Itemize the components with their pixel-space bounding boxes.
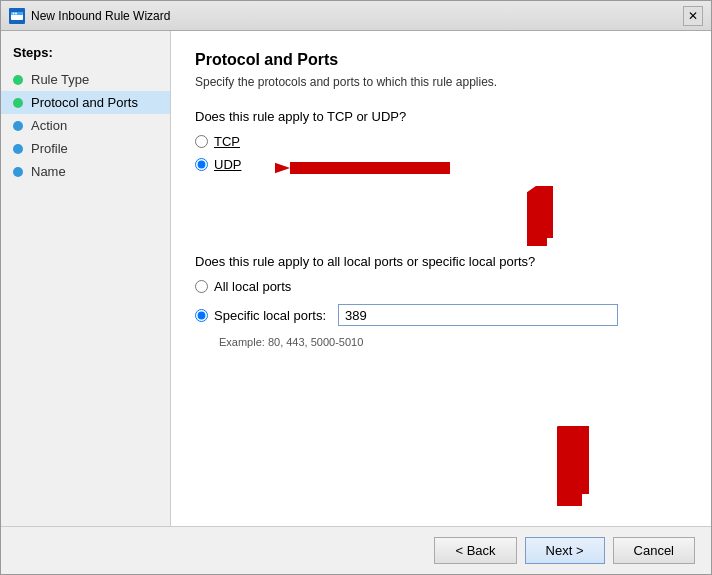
svg-point-4 — [15, 12, 17, 14]
all-ports-radio-row: All local ports — [195, 279, 687, 294]
step-dot-profile — [13, 144, 23, 154]
all-ports-label[interactable]: All local ports — [214, 279, 291, 294]
page-title: Protocol and Ports — [195, 51, 687, 69]
tcp-radio-row: TCP — [195, 134, 687, 149]
udp-label[interactable]: UDP — [214, 157, 241, 172]
sidebar-item-label-action: Action — [31, 118, 67, 133]
down-arrow-2-annotation — [557, 426, 607, 506]
specific-ports-radio[interactable] — [195, 309, 208, 322]
page-subtitle: Specify the protocols and ports to which… — [195, 75, 687, 89]
protocol-radio-group: TCP UDP — [195, 134, 687, 180]
specific-ports-radio-row: Specific local ports: — [195, 304, 687, 326]
tcp-label[interactable]: TCP — [214, 134, 240, 149]
steps-label: Steps: — [1, 41, 170, 68]
udp-arrow-annotation — [275, 153, 455, 183]
down-arrow-2-container — [195, 426, 687, 506]
step-dot-action — [13, 121, 23, 131]
back-button[interactable]: < Back — [434, 537, 516, 564]
down-arrow-1-annotation — [527, 186, 567, 246]
step-dot-protocol-ports — [13, 98, 23, 108]
ports-input[interactable] — [338, 304, 618, 326]
tcp-radio[interactable] — [195, 135, 208, 148]
next-button[interactable]: Next > — [525, 537, 605, 564]
ports-question: Does this rule apply to all local ports … — [195, 254, 687, 269]
protocol-question: Does this rule apply to TCP or UDP? — [195, 109, 687, 124]
specific-ports-label[interactable]: Specific local ports: — [214, 308, 326, 323]
main-panel: Protocol and Ports Specify the protocols… — [171, 31, 711, 526]
svg-point-3 — [13, 12, 15, 14]
footer-bar: < Back Next > Cancel — [1, 526, 711, 574]
step-dot-name — [13, 167, 23, 177]
sidebar-item-label-name: Name — [31, 164, 66, 179]
sidebar-item-label-protocol-ports: Protocol and Ports — [31, 95, 138, 110]
step-dot-rule-type — [13, 75, 23, 85]
all-ports-radio[interactable] — [195, 280, 208, 293]
sidebar-item-rule-type[interactable]: Rule Type — [1, 68, 170, 91]
sidebar-item-name[interactable]: Name — [1, 160, 170, 183]
sidebar-item-label-rule-type: Rule Type — [31, 72, 89, 87]
cancel-button[interactable]: Cancel — [613, 537, 695, 564]
sidebar-item-protocol-ports[interactable]: Protocol and Ports — [1, 91, 170, 114]
sidebar-item-action[interactable]: Action — [1, 114, 170, 137]
wizard-window: New Inbound Rule Wizard ✕ Steps: Rule Ty… — [0, 0, 712, 575]
udp-radio[interactable] — [195, 158, 208, 171]
sidebar-item-profile[interactable]: Profile — [1, 137, 170, 160]
sidebar: Steps: Rule Type Protocol and Ports Acti… — [1, 31, 171, 526]
example-text: Example: 80, 443, 5000-5010 — [219, 336, 687, 348]
close-button[interactable]: ✕ — [683, 6, 703, 26]
spacer — [195, 348, 687, 426]
window-title: New Inbound Rule Wizard — [31, 9, 683, 23]
udp-radio-row: UDP — [195, 157, 687, 172]
content-area: Steps: Rule Type Protocol and Ports Acti… — [1, 31, 711, 526]
down-arrow-1-container — [195, 186, 687, 246]
ports-section: Does this rule apply to all local ports … — [195, 254, 687, 348]
title-bar: New Inbound Rule Wizard ✕ — [1, 1, 711, 31]
sidebar-item-label-profile: Profile — [31, 141, 68, 156]
wizard-icon — [9, 8, 25, 24]
